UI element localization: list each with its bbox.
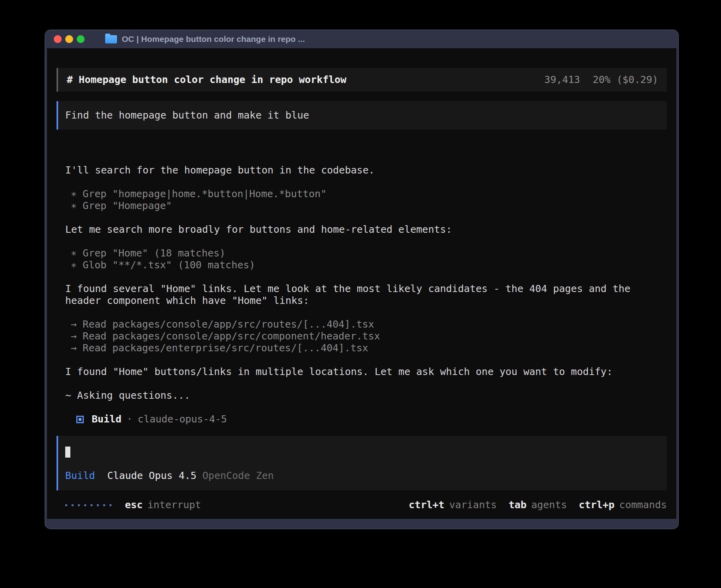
status-hints-right: ctrl+tvariantstabagentsctrl+pcommands xyxy=(409,499,667,511)
interrupt-progress-dots xyxy=(65,504,111,506)
progress-dot xyxy=(78,504,80,506)
progress-dot xyxy=(65,504,67,506)
assistant-text-line: header component which have "Home" links… xyxy=(65,295,667,307)
hint-label: commands xyxy=(619,499,667,511)
input-agent-label[interactable]: Build xyxy=(65,470,95,482)
status-hints-left: escinterrupt xyxy=(125,499,201,511)
status-bar: escinterrupt ctrl+tvariantstabagentsctrl… xyxy=(57,499,667,511)
progress-dot xyxy=(72,504,74,506)
tool-call-block: ∗ Grep "Home" (18 matches)∗ Glob "**/*.t… xyxy=(65,247,667,271)
progress-dot xyxy=(91,504,92,506)
context-usage: 20% ($0.29) xyxy=(593,74,658,86)
progress-dot xyxy=(109,504,111,506)
agent-name: Build xyxy=(92,413,121,425)
agent-model-separator: · xyxy=(126,413,132,425)
user-message: Find the homepage button and make it blu… xyxy=(57,101,667,130)
tool-call-line: ∗ Grep "Home" (18 matches) xyxy=(65,247,667,259)
assistant-text-line: I found "Home" buttons/links in multiple… xyxy=(65,366,667,378)
hint-key: tab xyxy=(509,499,527,511)
tool-call-line: → Read packages/console/app/src/componen… xyxy=(65,330,667,342)
progress-dot xyxy=(84,504,86,506)
user-message-text: Find the homepage button and make it blu… xyxy=(65,109,309,121)
tool-call-line: → Read packages/enterprise/src/routes/[.… xyxy=(65,342,667,354)
folder-icon xyxy=(105,35,117,43)
assistant-text-line: Let me search more broadly for buttons a… xyxy=(65,224,667,236)
assistant-text-block: Let me search more broadly for buttons a… xyxy=(65,224,667,236)
agent-status-line: Build · claude-opus-4-5 xyxy=(76,413,667,425)
prompt-input-line[interactable] xyxy=(65,446,660,458)
agent-model: claude-opus-4-5 xyxy=(138,413,227,425)
hint-variants: ctrl+tvariants xyxy=(409,499,497,511)
window-controls xyxy=(54,35,85,43)
session-title: # Homepage button color change in repo w… xyxy=(67,74,346,86)
assistant-text-block: I'll search for the homepage button in t… xyxy=(65,164,667,176)
tool-call-line: ∗ Grep "Homepage" xyxy=(65,200,667,212)
hint-label: agents xyxy=(531,499,567,511)
hint-agents: tabagents xyxy=(509,499,567,511)
tool-call-line: → Read packages/console/app/src/routes/[… xyxy=(65,318,667,330)
window-titlebar[interactable]: OC | Homepage button color change in rep… xyxy=(45,30,678,48)
hint-interrupt: escinterrupt xyxy=(125,499,201,511)
assistant-text-line: I found several "Home" links. Let me loo… xyxy=(65,283,667,295)
terminal-window: OC | Homepage button color change in rep… xyxy=(45,30,678,529)
transcript: I'll search for the homepage button in t… xyxy=(65,164,667,401)
assistant-text-line: I'll search for the homepage button in t… xyxy=(65,164,667,176)
text-cursor xyxy=(65,447,70,458)
assistant-text-block: I found "Home" buttons/links in multiple… xyxy=(65,366,667,378)
session-stats: 39,413 20% ($0.29) xyxy=(544,74,658,86)
session-header: # Homepage button color change in repo w… xyxy=(57,68,667,92)
hint-key: ctrl+t xyxy=(409,499,444,511)
hint-key: ctrl+p xyxy=(579,499,614,511)
tool-call-block: → Read packages/console/app/src/routes/[… xyxy=(65,318,667,354)
tool-call-block: ∗ Grep "homepage|home.*button|Home.*butt… xyxy=(65,188,667,212)
assistant-text-line: ~ Asking questions... xyxy=(65,390,667,401)
model-selector-row: Build Claude Opus 4.5 OpenCode Zen xyxy=(65,470,660,482)
desktop: OC | Homepage button color change in rep… xyxy=(0,0,721,588)
progress-dot xyxy=(103,504,105,506)
assistant-text-block: I found several "Home" links. Let me loo… xyxy=(65,283,667,307)
tool-call-line: ∗ Grep "homepage|home.*button|Home.*butt… xyxy=(65,188,667,200)
terminal-content: # Homepage button color change in repo w… xyxy=(47,48,676,519)
assistant-text-block: ~ Asking questions... xyxy=(65,390,667,401)
hint-key: esc xyxy=(125,499,143,511)
agent-build-icon xyxy=(76,416,84,423)
window-title: OC | Homepage button color change in rep… xyxy=(122,34,305,44)
hint-commands: ctrl+pcommands xyxy=(579,499,667,511)
input-provider-label: OpenCode Zen xyxy=(202,470,274,482)
hint-label: interrupt xyxy=(147,499,201,511)
hint-label: variants xyxy=(449,499,496,511)
tool-call-line: ∗ Glob "**/*.tsx" (100 matches) xyxy=(65,259,667,271)
input-model-label[interactable]: Claude Opus 4.5 xyxy=(107,470,196,482)
token-count: 39,413 xyxy=(544,74,580,86)
progress-dot xyxy=(97,504,99,506)
window-minimize-button[interactable] xyxy=(65,35,73,43)
window-zoom-button[interactable] xyxy=(77,35,85,43)
window-close-button[interactable] xyxy=(54,35,62,43)
prompt-input[interactable]: Build Claude Opus 4.5 OpenCode Zen xyxy=(57,436,667,490)
